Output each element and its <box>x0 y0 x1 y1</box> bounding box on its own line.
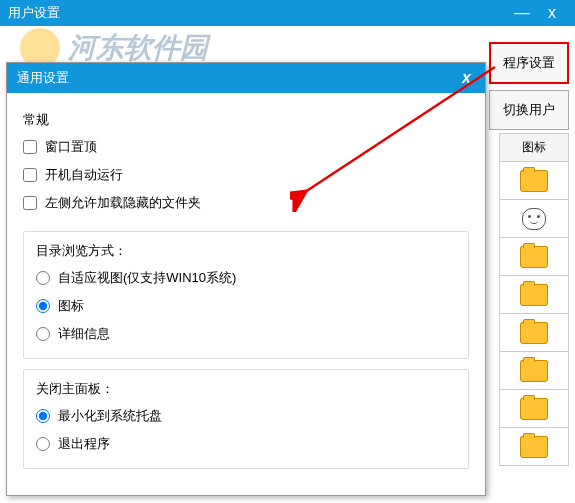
table-row[interactable] <box>499 276 569 314</box>
folder-icon <box>520 322 548 344</box>
right-panel: 程序设置 切换用户 <box>489 42 569 130</box>
minimize-button[interactable]: — <box>507 4 537 22</box>
option-autostart[interactable]: 开机自动运行 <box>23 161 469 189</box>
option-window-top[interactable]: 窗口置顶 <box>23 133 469 161</box>
checkbox-window-top[interactable] <box>23 140 37 154</box>
checkbox-load-hidden[interactable] <box>23 196 37 210</box>
folder-icon <box>520 436 548 458</box>
dialog-close-button[interactable]: x <box>458 69 475 87</box>
checkbox-autostart[interactable] <box>23 168 37 182</box>
dialog-title: 通用设置 <box>17 69 69 87</box>
option-icon-view[interactable]: 图标 <box>36 292 456 320</box>
radio-detail-view[interactable] <box>36 327 50 341</box>
general-group: 窗口置顶 开机自动运行 左侧允许加载隐藏的文件夹 <box>23 133 469 221</box>
radio-icon-view[interactable] <box>36 299 50 313</box>
dialog-title-bar: 通用设置 x <box>7 63 485 93</box>
smiley-icon <box>522 208 546 230</box>
radio-minimize-tray[interactable] <box>36 409 50 423</box>
table-row[interactable] <box>499 390 569 428</box>
section-close-label: 关闭主面板： <box>36 380 456 398</box>
table-row[interactable] <box>499 162 569 200</box>
folder-icon <box>520 360 548 382</box>
table-row[interactable] <box>499 238 569 276</box>
folder-icon <box>520 398 548 420</box>
outer-window-title: 用户设置 <box>8 4 60 22</box>
option-load-hidden[interactable]: 左侧允许加载隐藏的文件夹 <box>23 189 469 217</box>
section-browse-label: 目录浏览方式： <box>36 242 456 260</box>
option-adaptive-view[interactable]: 自适应视图(仅支持WIN10系统) <box>36 264 456 292</box>
outer-title-bar: 用户设置 — x <box>0 0 575 26</box>
option-minimize-tray[interactable]: 最小化到系统托盘 <box>36 402 456 430</box>
settings-dialog: 通用设置 x 常规 窗口置顶 开机自动运行 左侧允许加载隐藏的文件夹 目录浏览方… <box>6 62 486 496</box>
table-row[interactable] <box>499 352 569 390</box>
table-row[interactable] <box>499 200 569 238</box>
option-detail-view[interactable]: 详细信息 <box>36 320 456 348</box>
table-row[interactable] <box>499 428 569 466</box>
icon-column-header: 图标 <box>499 133 569 162</box>
browse-mode-group: 目录浏览方式： 自适应视图(仅支持WIN10系统) 图标 详细信息 <box>23 231 469 359</box>
dialog-body: 常规 窗口置顶 开机自动运行 左侧允许加载隐藏的文件夹 目录浏览方式： 自适应视… <box>7 93 485 495</box>
radio-exit-program[interactable] <box>36 437 50 451</box>
folder-icon <box>520 284 548 306</box>
folder-icon <box>520 170 548 192</box>
program-settings-button[interactable]: 程序设置 <box>489 42 569 84</box>
radio-adaptive-view[interactable] <box>36 271 50 285</box>
option-exit-program[interactable]: 退出程序 <box>36 430 456 458</box>
icon-column: 图标 <box>499 133 569 466</box>
folder-icon <box>520 246 548 268</box>
section-general-label: 常规 <box>23 111 469 129</box>
close-button[interactable]: x <box>537 4 567 22</box>
close-panel-group: 关闭主面板： 最小化到系统托盘 退出程序 <box>23 369 469 469</box>
switch-user-button[interactable]: 切换用户 <box>489 90 569 130</box>
table-row[interactable] <box>499 314 569 352</box>
